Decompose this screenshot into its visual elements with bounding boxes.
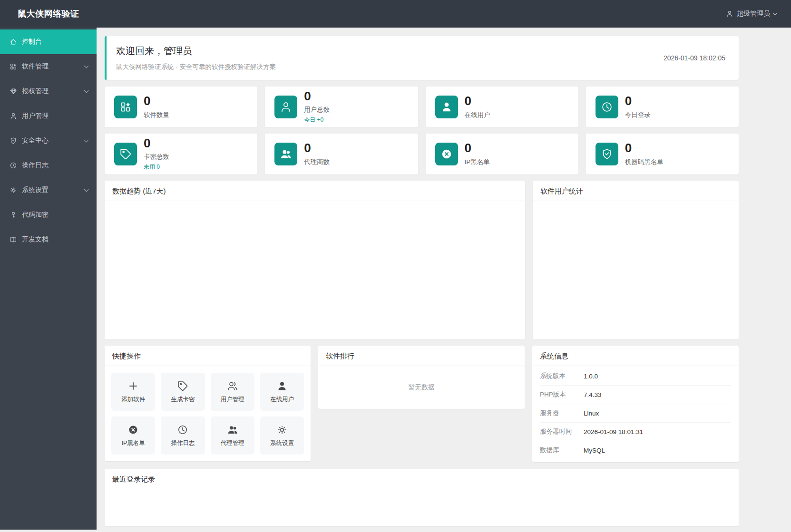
gem-icon — [10, 87, 17, 95]
quick-action-ip-blacklist[interactable]: IP黑名单 — [111, 416, 155, 455]
quick-actions-panel: 快捷操作 添加软件 生成卡密 用户管理 — [105, 346, 311, 461]
sidebar: 控制台 软件管理 授权管理 用户管理 安全中心 操作日志 系统设置 — [0, 28, 97, 530]
stat-label: 机器码黑名单 — [625, 158, 664, 166]
stat-label: IP黑名单 — [465, 158, 490, 166]
sidebar-item-security[interactable]: 安全中心 — [0, 128, 97, 153]
stat-card-agents[interactable]: 0 代理商数 — [265, 134, 418, 174]
stat-card-today-logins[interactable]: 0 今日登录 — [586, 87, 739, 127]
topbar: 鼠大侠网络验证 超级管理员 — [0, 0, 791, 28]
trend-chart-area — [105, 201, 525, 339]
chevron-down-icon — [84, 187, 89, 192]
trend-panel: 数据趋势 (近7天) — [105, 181, 525, 339]
chevron-down-icon — [84, 64, 89, 68]
users-filled-icon — [280, 148, 292, 160]
key-icon — [10, 211, 17, 219]
info-value: Linux — [584, 410, 599, 417]
quick-action-generate-keys[interactable]: 生成卡密 — [161, 373, 205, 411]
sidebar-item-label: 用户管理 — [22, 112, 49, 120]
quick-action-label: 系统设置 — [270, 439, 294, 447]
x-circle-icon — [127, 424, 139, 435]
software-users-panel: 软件用户统计 — [533, 181, 739, 339]
recent-logins-empty-area — [105, 489, 739, 526]
main-content: 欢迎回来，管理员 鼠大侠网络验证系统 · 安全可靠的软件授权验证解决方案 202… — [97, 28, 791, 530]
gear-icon — [276, 424, 288, 435]
stat-sub-label: 今日 +0 — [304, 116, 330, 124]
quick-action-label: 在线用户 — [270, 396, 294, 404]
sidebar-item-label: 软件管理 — [22, 62, 49, 71]
stat-card-total-users[interactable]: 0 用户总数 今日 +0 — [265, 87, 418, 127]
info-row-system-version: 系统版本 1.0.0 — [540, 367, 731, 386]
clock-icon — [177, 424, 188, 435]
panel-title: 软件用户统计 — [533, 181, 739, 201]
recent-logins-panel: 最近登录记录 — [105, 469, 739, 526]
stat-label: 软件数量 — [144, 111, 169, 119]
sidebar-item-docs[interactable]: 开发文档 — [0, 227, 97, 252]
panel-title: 系统信息 — [532, 346, 739, 366]
shield-check-icon — [601, 148, 613, 160]
stat-value: 0 — [465, 95, 490, 107]
quick-action-add-software[interactable]: 添加软件 — [111, 373, 155, 411]
user-outline-icon — [280, 101, 292, 113]
stat-card-online-users[interactable]: 0 在线用户 — [426, 87, 578, 127]
info-value: 2026-01-09 18:01:31 — [584, 428, 643, 435]
welcome-title: 欢迎回来，管理员 — [116, 45, 276, 58]
stat-value: 0 — [144, 137, 169, 150]
info-label: PHP版本 — [540, 390, 584, 399]
quick-action-system-settings[interactable]: 系统设置 — [260, 416, 304, 455]
stat-label: 今日登录 — [625, 111, 651, 119]
sidebar-item-encryption[interactable]: 代码加密 — [0, 203, 97, 227]
tag-icon — [177, 380, 188, 392]
info-value: 7.4.33 — [584, 391, 602, 398]
sidebar-item-authorization[interactable]: 授权管理 — [0, 79, 97, 104]
brand-title: 鼠大侠网络验证 — [18, 8, 79, 19]
sidebar-item-console[interactable]: 控制台 — [0, 29, 97, 54]
sidebar-item-settings[interactable]: 系统设置 — [0, 178, 97, 203]
quick-action-label: 添加软件 — [121, 396, 145, 404]
stat-label: 在线用户 — [465, 111, 490, 119]
empty-state-text: 暂无数据 — [408, 383, 435, 392]
clock-icon — [10, 162, 17, 169]
stat-card-card-keys[interactable]: 0 卡密总数 未用 0 — [105, 134, 257, 174]
quick-action-agent-management[interactable]: 代理管理 — [211, 416, 254, 455]
quick-action-user-management[interactable]: 用户管理 — [211, 373, 254, 411]
quick-action-online-users[interactable]: 在线用户 — [260, 373, 304, 411]
stat-label: 代理商数 — [304, 158, 330, 166]
sidebar-item-software[interactable]: 软件管理 — [0, 54, 97, 79]
sidebar-item-label: 安全中心 — [22, 136, 49, 145]
stat-card-machine-blacklist[interactable]: 0 机器码黑名单 — [586, 134, 739, 174]
gear-icon — [10, 186, 17, 194]
sidebar-item-label: 系统设置 — [22, 186, 49, 194]
ranking-panel: 软件排行 暂无数据 — [318, 346, 525, 409]
stat-card-software-count[interactable]: 0 软件数量 — [105, 87, 257, 127]
info-label: 服务器 — [540, 409, 584, 417]
stat-value: 0 — [625, 95, 651, 107]
shield-check-icon — [10, 137, 17, 145]
info-label: 系统版本 — [540, 372, 584, 380]
plus-icon — [127, 380, 139, 392]
stat-value: 0 — [304, 90, 330, 103]
user-icon — [10, 112, 17, 120]
quick-action-label: 用户管理 — [221, 396, 244, 404]
stat-label: 卡密总数 — [144, 153, 169, 161]
stat-label: 用户总数 — [304, 106, 330, 114]
software-users-chart-area — [533, 201, 739, 339]
stat-card-ip-blacklist[interactable]: 0 IP黑名单 — [426, 134, 578, 174]
quick-action-label: 操作日志 — [171, 439, 195, 447]
quick-action-operation-logs[interactable]: 操作日志 — [161, 416, 205, 455]
stat-sub-label: 未用 0 — [144, 163, 169, 171]
info-label: 服务器时间 — [540, 427, 584, 436]
x-circle-icon — [440, 148, 453, 160]
system-info-panel: 系统信息 系统版本 1.0.0 PHP版本 7.4.33 服务器 Linux — [532, 346, 739, 462]
user-menu[interactable]: 超级管理员 — [726, 10, 777, 18]
panel-title: 快捷操作 — [105, 346, 311, 366]
user-filled-icon — [276, 380, 288, 392]
sidebar-item-users[interactable]: 用户管理 — [0, 104, 97, 128]
stat-value: 0 — [625, 142, 664, 155]
info-row-server: 服务器 Linux — [540, 404, 731, 423]
users-filled-icon — [227, 424, 238, 435]
panel-title: 数据趋势 (近7天) — [105, 181, 525, 201]
current-time: 2026-01-09 18:02:05 — [664, 54, 725, 62]
sidebar-item-label: 控制台 — [22, 38, 42, 46]
sidebar-item-logs[interactable]: 操作日志 — [0, 153, 97, 178]
quick-action-label: 生成卡密 — [171, 396, 195, 404]
